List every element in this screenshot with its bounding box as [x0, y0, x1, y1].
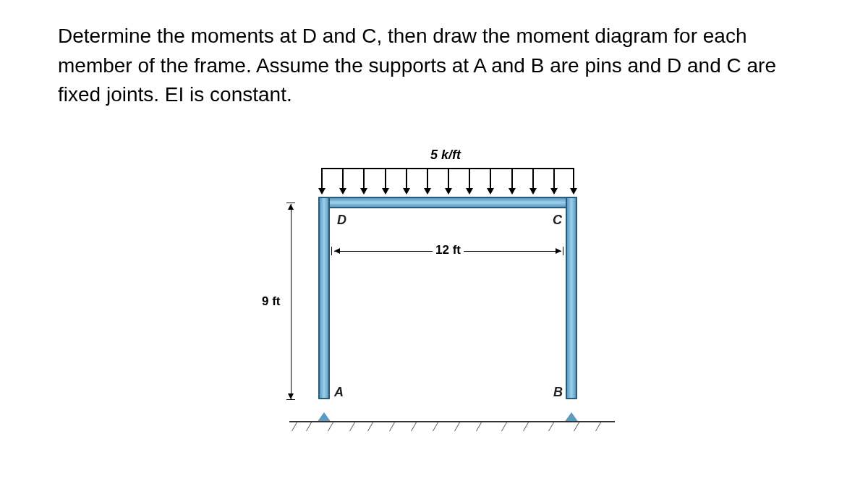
height-dimension-label: 9 ft [262, 294, 281, 309]
width-tick-left [331, 247, 332, 255]
joint-label-d: D [337, 213, 346, 228]
column-ad [318, 197, 330, 399]
joint-label-c: C [553, 213, 562, 228]
distributed-load-icon [321, 168, 574, 197]
arrow-right-icon [556, 248, 561, 254]
width-tick-right [563, 247, 563, 255]
frame-diagram: 5 k/ft D C A B 9 ft 12 ft [246, 153, 622, 443]
beam-dc [326, 197, 570, 208]
height-dimension-line [291, 204, 292, 399]
arrow-left-icon [334, 248, 340, 254]
distributed-load-label: 5 k/ft [430, 148, 461, 163]
height-tick-bottom [286, 399, 295, 400]
arrow-down-icon [288, 393, 294, 399]
joint-label-a: A [334, 385, 344, 400]
joint-label-b: B [553, 385, 563, 400]
width-dimension-label: 12 ft [433, 243, 464, 257]
ground-hatching-icon [289, 422, 615, 437]
problem-statement: Determine the moments at D and C, then d… [58, 22, 810, 110]
arrow-up-icon [288, 204, 294, 210]
height-tick-top [286, 203, 295, 203]
column-bc [566, 197, 577, 399]
